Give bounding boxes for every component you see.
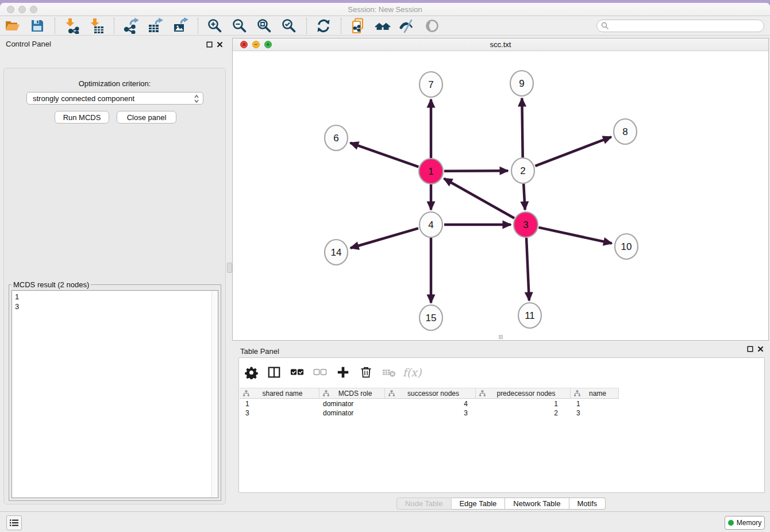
network-view-window: × − + scc.txt 7968124314101511 [232, 38, 769, 341]
memory-button-label: Memory [737, 519, 761, 527]
memory-button[interactable]: Memory [725, 516, 765, 530]
edge-1-6[interactable] [351, 143, 419, 167]
tab-network-table[interactable]: Network Table [505, 498, 569, 510]
save-session-icon[interactable] [29, 18, 45, 34]
network-canvas[interactable]: 7968124314101511 [233, 51, 768, 340]
table-panel-tabs: Node TableEdge TableNetwork TableMotifs [396, 498, 606, 510]
edge-2-9[interactable] [522, 98, 522, 157]
show-graphics-details-icon[interactable] [399, 18, 415, 34]
import-table-icon[interactable] [88, 18, 105, 34]
export-table-icon[interactable] [148, 18, 164, 34]
graph-node-10[interactable]: 10 [615, 234, 638, 259]
close-panel-button[interactable]: Close panel [117, 111, 176, 124]
home-icon[interactable] [375, 18, 391, 34]
tab-motifs[interactable]: Motifs [569, 498, 606, 510]
edge-1-2[interactable] [444, 171, 508, 171]
window-title: Session: New Session [0, 5, 770, 14]
svg-text:10: 10 [621, 241, 632, 252]
tab-node-table[interactable]: Node Table [396, 498, 452, 510]
svg-text:1: 1 [428, 166, 433, 177]
run-mcds-button[interactable]: Run MCDS [55, 111, 109, 124]
export-network-icon[interactable] [123, 18, 139, 34]
graph-node-6[interactable]: 6 [325, 125, 348, 151]
table-cell[interactable]: 1 [476, 399, 571, 408]
edge-3-10[interactable] [538, 228, 611, 244]
table-row[interactable]: 3dominator323 [240, 408, 619, 418]
import-network-icon[interactable] [64, 18, 80, 34]
dropdown-stepper-icon [194, 94, 199, 103]
criterion-dropdown[interactable]: strongly connected component [26, 92, 203, 105]
graph-node-7[interactable]: 7 [419, 72, 442, 97]
zoom-in-icon[interactable] [207, 18, 223, 34]
edge-3-1[interactable] [444, 179, 514, 218]
edge-3-11[interactable] [526, 238, 529, 300]
task-history-button[interactable] [6, 515, 22, 530]
function-builder-icon: f(x) [405, 365, 419, 380]
edge-2-8[interactable] [535, 137, 611, 166]
table-cell[interactable]: 3 [385, 408, 476, 418]
table-cell[interactable]: 3 [240, 408, 319, 418]
float-table-panel-icon[interactable] [747, 346, 753, 352]
result-scrollbar[interactable] [211, 291, 218, 498]
graph-node-15[interactable]: 15 [419, 305, 442, 330]
create-column-icon[interactable] [336, 365, 351, 380]
table-cell[interactable]: 2 [476, 408, 571, 418]
graph-node-2[interactable]: 2 [511, 158, 534, 183]
column-header-successor-nodes[interactable]: successor nodes [385, 388, 476, 398]
mcds-result-textarea[interactable]: 1 3 [11, 290, 218, 498]
float-panel-icon[interactable] [206, 41, 213, 48]
close-table-panel-icon[interactable] [757, 346, 764, 352]
table-cell[interactable]: 4 [385, 399, 476, 408]
open-session-icon[interactable] [5, 18, 21, 34]
memory-status-icon [728, 520, 734, 526]
tab-edge-table[interactable]: Edge Table [451, 498, 505, 510]
graph-node-1[interactable]: 1 [419, 159, 443, 184]
table-cell[interactable]: dominator [319, 408, 385, 418]
panel-splitter-handle[interactable] [227, 263, 232, 273]
graph-node-3[interactable]: 3 [514, 212, 538, 237]
close-panel-icon[interactable] [217, 41, 223, 48]
table-row[interactable]: 1dominator411 [240, 399, 619, 408]
export-image-icon[interactable] [172, 18, 188, 34]
column-header-MCDS-role[interactable]: MCDS role [319, 388, 385, 398]
zoom-selected-icon[interactable] [281, 18, 297, 34]
graph-node-4[interactable]: 4 [419, 212, 442, 237]
column-header-name[interactable]: name [571, 388, 619, 398]
show-column-panel-icon[interactable] [267, 365, 282, 380]
clone-network-icon[interactable] [350, 18, 366, 34]
zoom-out-icon[interactable] [232, 18, 248, 34]
edge-4-14[interactable] [351, 228, 418, 248]
table-toolbar: f(x) [244, 363, 419, 382]
network-window-titlebar[interactable]: × − + scc.txt [233, 38, 768, 51]
main-toolbar [0, 16, 770, 36]
table-settings-gear-icon[interactable] [244, 365, 259, 380]
edge-2-3[interactable] [523, 184, 525, 210]
table-cell[interactable]: 1 [240, 399, 319, 408]
control-panel-title: Control Panel [6, 40, 51, 48]
table-cell[interactable]: 3 [571, 408, 619, 418]
column-header-shared-name[interactable]: shared name [240, 388, 319, 398]
optimization-criterion-label: Optimization criterion: [4, 79, 225, 88]
table-cell[interactable]: 1 [571, 399, 619, 408]
svg-text:7: 7 [428, 79, 433, 90]
mcds-result-text: 1 3 [15, 292, 19, 311]
graph-node-8[interactable]: 8 [614, 119, 637, 144]
graph-node-11[interactable]: 11 [518, 303, 541, 328]
column-header-predecessor-nodes[interactable]: predecessor nodes [476, 388, 571, 398]
node-table-container: f(x) shared nameMCDS rolesuccessor nodes… [238, 357, 765, 493]
graph-node-14[interactable]: 14 [325, 240, 348, 265]
graph-node-9[interactable]: 9 [510, 71, 533, 96]
mcds-result-group: MCDS result (2 nodes) 1 3 [9, 284, 221, 501]
unselect-all-columns-icon[interactable] [313, 365, 328, 380]
toolbar-separator [341, 18, 341, 34]
apply-layout-icon[interactable] [315, 18, 332, 34]
table-cell[interactable]: dominator [319, 399, 385, 408]
toolbar-separator [55, 18, 55, 34]
canvas-resize-handle[interactable] [499, 335, 503, 339]
delete-column-icon[interactable] [359, 365, 374, 380]
select-all-columns-icon[interactable] [290, 365, 305, 380]
table-header-row: shared nameMCDS rolesuccessor nodesprede… [240, 388, 619, 399]
zoom-fit-icon[interactable] [256, 18, 272, 34]
search-input[interactable] [596, 20, 764, 32]
svg-text:8: 8 [622, 126, 627, 137]
